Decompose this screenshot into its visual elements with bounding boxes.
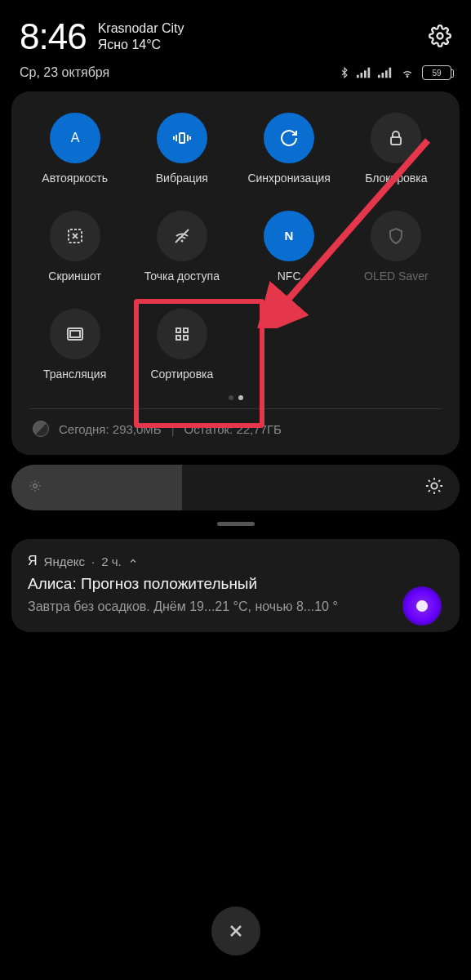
close-icon <box>226 921 246 941</box>
chevron-up-icon[interactable] <box>128 555 138 568</box>
qs-tile-label: OLED Saver <box>364 270 429 283</box>
svg-rect-8 <box>389 68 392 78</box>
drag-handle[interactable] <box>217 522 255 526</box>
lock-icon <box>371 113 421 163</box>
notification-body: Завтра без осадков. Днём 19...21 °C, ноч… <box>28 598 354 616</box>
notification-card[interactable]: Я Яндекс · 2 ч. Алиса: Прогноз положител… <box>11 539 460 632</box>
notification-time: 2 ч. <box>101 555 122 568</box>
svg-rect-5 <box>378 75 380 78</box>
grid-icon <box>157 309 207 359</box>
svg-point-0 <box>438 33 443 39</box>
qs-tile-nfc[interactable]: NNFC <box>236 206 343 297</box>
qs-tile-автояркость[interactable]: AАвтояркость <box>21 108 128 199</box>
qs-tile-oled-saver[interactable]: OLED Saver <box>343 206 450 297</box>
qs-tile-label: NFC <box>278 270 301 283</box>
vibration-icon <box>157 113 207 163</box>
svg-line-35 <box>31 489 32 490</box>
svg-rect-1 <box>357 75 359 78</box>
qs-tile-label: Скриншот <box>48 270 101 283</box>
status-icons: 59 <box>339 65 451 80</box>
qs-tile-точка-доступа[interactable]: Точка доступа <box>128 206 235 297</box>
brightness-low-icon <box>28 479 42 497</box>
hotspot-icon <box>157 211 207 261</box>
signal-icon <box>357 67 371 78</box>
svg-point-28 <box>33 484 38 488</box>
qs-tile-label: Сортировка <box>150 368 213 381</box>
svg-rect-3 <box>364 70 367 78</box>
page-indicator <box>21 395 450 408</box>
brightness-slider[interactable] <box>11 465 460 510</box>
svg-rect-6 <box>382 73 384 78</box>
qs-tile-скриншот[interactable]: Скриншот <box>21 206 128 297</box>
qs-tile-label: Автояркость <box>42 172 108 185</box>
svg-line-43 <box>438 490 440 492</box>
qs-tile-сортировка[interactable]: Сортировка <box>128 304 235 395</box>
svg-rect-22 <box>70 331 80 337</box>
svg-text:A: A <box>70 131 79 145</box>
svg-rect-24 <box>184 328 188 332</box>
svg-rect-2 <box>361 73 363 78</box>
svg-text:N: N <box>285 229 294 243</box>
notification-title: Алиса: Прогноз положительный <box>28 575 443 593</box>
weather-location: Krasnodar City <box>98 20 184 37</box>
notification-app-name: Яндекс <box>44 555 85 568</box>
svg-rect-7 <box>385 70 388 78</box>
qs-tile-label: Точка доступа <box>144 270 220 283</box>
svg-point-37 <box>431 483 437 488</box>
qs-tile-вибрация[interactable]: Вибрация <box>128 108 235 199</box>
screenshot-icon <box>50 211 100 261</box>
cast-icon <box>50 309 100 359</box>
svg-rect-4 <box>368 68 371 78</box>
qs-tile-label: Синхронизация <box>247 172 330 185</box>
weather-summary: Ясно 14°C <box>98 37 184 53</box>
qs-tile-label: Блокировка <box>365 172 427 185</box>
status-date: Ср, 23 октября <box>20 65 109 80</box>
svg-point-9 <box>407 76 407 77</box>
data-usage-remaining: Остаток: 22,77ГБ <box>184 422 282 436</box>
svg-line-44 <box>429 490 430 492</box>
data-usage-icon <box>33 421 49 437</box>
qs-tile-label: Вибрация <box>156 172 208 185</box>
alice-icon <box>402 586 442 626</box>
svg-rect-23 <box>176 328 180 332</box>
settings-gear-icon[interactable] <box>429 24 451 51</box>
shield-icon <box>371 211 421 261</box>
auto-brightness-icon: A <box>50 113 100 163</box>
qs-tile-синхронизация[interactable]: Синхронизация <box>236 108 343 199</box>
battery-indicator: 59 <box>422 65 451 80</box>
data-usage-today: Сегодня: 293,0МБ <box>59 422 162 436</box>
svg-line-36 <box>38 482 39 483</box>
signal-icon-2 <box>378 67 393 78</box>
sync-icon <box>264 113 314 163</box>
brightness-high-icon <box>425 477 443 498</box>
quick-settings-panel: AАвтояркостьВибрацияСинхронизацияБлокиро… <box>11 91 460 455</box>
svg-rect-25 <box>176 336 180 340</box>
data-usage-row[interactable]: Сегодня: 293,0МБ | Остаток: 22,77ГБ <box>21 409 450 445</box>
wifi-icon <box>399 66 415 79</box>
svg-rect-26 <box>184 336 188 340</box>
svg-line-45 <box>438 480 440 482</box>
svg-line-42 <box>429 480 430 482</box>
qs-tile-блокировка[interactable]: Блокировка <box>343 108 450 199</box>
svg-line-34 <box>38 489 39 490</box>
svg-rect-16 <box>391 137 401 145</box>
clear-all-button[interactable] <box>211 906 260 956</box>
clock-time: 8:46 <box>20 16 87 57</box>
svg-line-33 <box>31 482 32 483</box>
qs-tile-label: Трансляция <box>43 368 106 381</box>
nfc-icon: N <box>264 211 314 261</box>
qs-tile-трансляция[interactable]: Трансляция <box>21 304 128 395</box>
bluetooth-icon <box>339 65 350 80</box>
notification-app-letter: Я <box>28 554 38 568</box>
svg-point-18 <box>180 240 183 243</box>
svg-rect-11 <box>180 133 184 143</box>
